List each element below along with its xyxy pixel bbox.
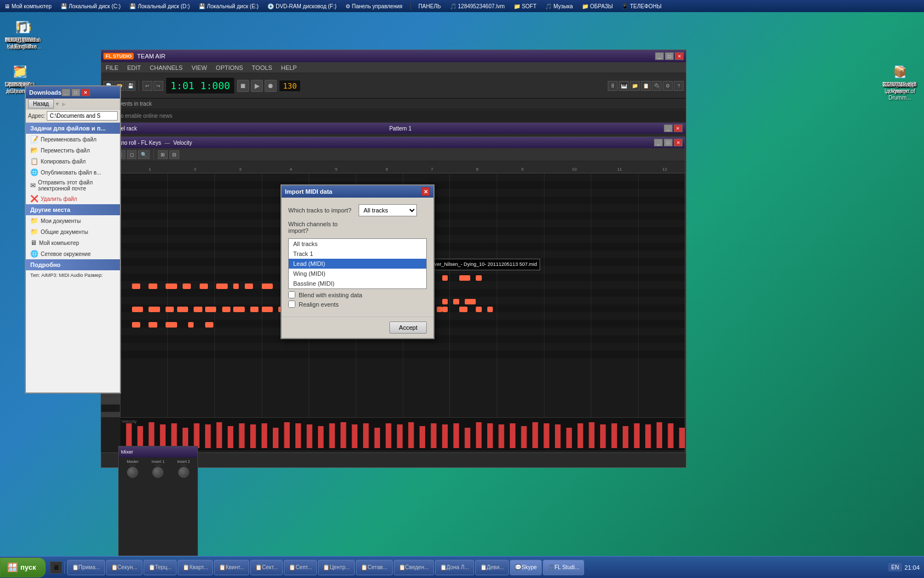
top-bar-images[interactable]: 📁 ОБРАЗЫ	[580, 2, 615, 10]
taskbar-item-sentr[interactable]: 📋 Центр...	[318, 560, 355, 575]
pr-zoom-btn[interactable]: 🔍	[138, 150, 150, 159]
start-button[interactable]: 🪟 пуск	[0, 558, 46, 577]
note-block[interactable]	[465, 299, 476, 304]
realign-checkbox[interactable]	[288, 301, 295, 308]
mixer-knob-2[interactable]	[152, 467, 163, 478]
taskbar-item-sekt[interactable]: 📋 Сект...	[250, 560, 283, 575]
note-block[interactable]	[442, 299, 448, 304]
blend-checkbox[interactable]	[288, 291, 295, 298]
top-bar-soft[interactable]: 📁 SOFT	[512, 2, 539, 10]
top-bar-lvm[interactable]: 🎵 128495234607.lvm	[448, 2, 507, 10]
fl-minimize-btn[interactable]: _	[655, 52, 664, 60]
file-task-delete[interactable]: ❌ Удалить файл	[26, 193, 120, 204]
note-block[interactable]	[148, 283, 157, 289]
top-bar-drive-e[interactable]: 💾 Локальный диск (E:)	[196, 2, 261, 10]
browser-btn[interactable]: 📁	[630, 81, 640, 91]
top-bar-music[interactable]: 🎵 Музыка	[543, 2, 575, 10]
taskbar-item-sekun[interactable]: 📋 Секун...	[106, 560, 142, 575]
file-panel-minimize[interactable]: _	[62, 89, 70, 96]
taskbar-item-sveden[interactable]: 📋 Сведен...	[394, 560, 434, 575]
stop-btn[interactable]: ⏹	[237, 80, 249, 92]
note-block[interactable]	[250, 307, 258, 312]
menu-view[interactable]: VIEW	[189, 63, 209, 72]
note-block[interactable]	[437, 307, 442, 312]
file-panel-close[interactable]: ✕	[81, 89, 90, 96]
note-block[interactable]	[132, 283, 140, 289]
top-bar-phones[interactable]: 📱 ТЕЛЕФОНЫ	[619, 2, 663, 10]
note-block[interactable]	[262, 307, 273, 312]
taskbar-item-setav[interactable]: 📋 Сетав...	[356, 560, 392, 575]
pr-quantize-btn[interactable]: ⊞	[158, 150, 168, 159]
top-bar-my-computer[interactable]: 🖥 Мой компьютер	[2, 2, 54, 10]
dropdown-wing-midi[interactable]: Wing (MIDI)	[289, 269, 426, 279]
file-task-publish[interactable]: 🌐 Опубликовать файл в...	[26, 167, 120, 178]
note-block[interactable]	[216, 283, 228, 289]
mixer-btn[interactable]: 🎚	[608, 81, 618, 91]
redo-btn[interactable]: ↪	[153, 81, 163, 91]
file-task-rename[interactable]: 📝 Переименовать файл	[26, 134, 120, 145]
top-bar-panel[interactable]: ПАНЕЛЬ	[416, 2, 443, 10]
cr-close[interactable]: ✕	[674, 124, 683, 132]
taskbar-item-prima[interactable]: 📋 Прима...	[67, 560, 105, 575]
note-block[interactable]	[476, 307, 481, 312]
pr-snap-btn[interactable]: ⊟	[169, 150, 179, 159]
other-my-docs[interactable]: 📁 Мои документы	[26, 215, 120, 226]
menu-tools[interactable]: TOOLS	[250, 63, 274, 72]
note-block[interactable]	[459, 275, 471, 281]
icon-bl0011[interactable]: 🎵 bl0011.mid	[2, 16, 42, 46]
note-block[interactable]	[200, 283, 208, 289]
piano-roll-btn[interactable]: 🎹	[619, 81, 629, 91]
undo-btn[interactable]: ↩	[142, 81, 152, 91]
other-network[interactable]: 🌐 Сетевое окружение	[26, 248, 120, 259]
language-indicator[interactable]: EN	[888, 563, 903, 571]
note-block[interactable]	[194, 307, 202, 312]
menu-edit[interactable]: EDIT	[125, 63, 143, 72]
top-bar-dvd[interactable]: 💿 DVD-RAM дисковод (F:)	[265, 2, 339, 10]
mixer-knob[interactable]	[127, 467, 138, 478]
top-bar-drive-d[interactable]: 💾 Локальный диск (D:)	[127, 2, 192, 10]
note-block[interactable]	[233, 283, 239, 289]
note-block[interactable]	[132, 322, 140, 328]
pr-maximize[interactable]: □	[664, 139, 673, 146]
taskbar-item-skype[interactable]: 💬 Skype	[510, 560, 542, 575]
taskbar-item-terc[interactable]: 📋 Терц...	[144, 560, 177, 575]
note-block[interactable]	[188, 322, 194, 328]
address-input[interactable]: C:\Documents and S	[47, 111, 118, 121]
fl-close-btn[interactable]: ✕	[675, 52, 684, 60]
menu-file[interactable]: FILE	[103, 63, 120, 72]
note-block[interactable]	[205, 322, 213, 328]
dropdown-lead-midi[interactable]: Lead (MIDI)	[289, 259, 426, 269]
note-block[interactable]	[132, 307, 144, 312]
cr-minimize[interactable]: _	[664, 124, 673, 132]
note-block[interactable]	[476, 275, 481, 281]
note-block[interactable]	[166, 322, 177, 328]
note-block[interactable]	[442, 307, 448, 312]
dropdown-bassline-midi[interactable]: Bassline (MIDI)	[289, 279, 426, 288]
note-block[interactable]	[148, 307, 160, 312]
accept-button[interactable]: Accept	[389, 321, 427, 334]
help-btn[interactable]: ?	[674, 81, 684, 91]
plugin-btn[interactable]: 🔌	[652, 81, 662, 91]
top-bar-drive-c[interactable]: 💾 Локальный диск (C:)	[58, 2, 123, 10]
record-btn[interactable]: ⏺	[265, 80, 277, 92]
note-block[interactable]	[222, 307, 230, 312]
taskbar-item-fl-studio[interactable]: 🎵 FL Studi...	[543, 560, 584, 575]
key-ds4[interactable]	[101, 405, 120, 412]
note-block[interactable]	[148, 322, 157, 328]
note-block[interactable]	[177, 307, 189, 312]
fl-maximize-btn[interactable]: □	[665, 52, 674, 60]
file-panel-maximize[interactable]: □	[72, 89, 80, 96]
top-bar-control-panel[interactable]: ⚙ Панель управления	[343, 2, 405, 10]
note-block[interactable]	[166, 283, 177, 289]
mixer-knob-3[interactable]	[178, 467, 189, 478]
key-d4[interactable]	[101, 412, 120, 417]
save-btn[interactable]: 💾	[125, 81, 135, 91]
note-block[interactable]	[233, 307, 245, 312]
file-task-email[interactable]: ✉ Отправить этот файл электронной почте	[26, 178, 120, 193]
note-block[interactable]	[442, 275, 448, 281]
icon-22-07-12-zip[interactable]: 📦 22.07.12.zip	[880, 61, 920, 90]
menu-options[interactable]: OPTIONS	[213, 63, 245, 72]
tracks-select[interactable]: All tracks Track 1 Lead (MIDI) Wing (MID…	[359, 204, 417, 216]
dropdown-track1[interactable]: Track 1	[289, 249, 426, 259]
note-block[interactable]	[245, 283, 253, 289]
